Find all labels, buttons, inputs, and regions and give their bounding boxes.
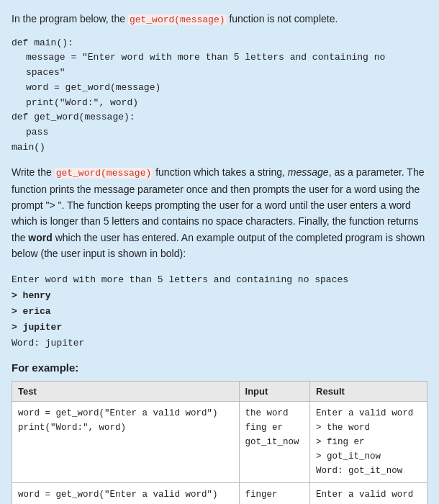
code-line-3: word = get_word(message): [26, 81, 427, 96]
sample-line-4: > jupiter: [12, 320, 427, 336]
code-line-1: def main():: [12, 36, 427, 51]
code-line-7: main(): [12, 140, 427, 156]
input-cell-2: finger: [239, 483, 310, 504]
examples-table: Test Input Result word = get_word("Enter…: [12, 381, 427, 504]
test-cell-2: word = get_word("Enter a valid word")pri…: [12, 483, 240, 504]
table-row: word = get_word("Enter a valid word")pri…: [12, 402, 427, 483]
sample-line-2: > henry: [12, 288, 427, 304]
desc-italic: message: [288, 166, 329, 178]
intro-inline-code: get_word(message): [128, 14, 227, 25]
result-cell-2: Enter a valid word> fingerWord: finger: [310, 483, 427, 504]
result-cell-1: Enter a valid word> the word> fing er> g…: [310, 402, 427, 483]
sample-output-block: Enter word with more than 5 letters and …: [12, 272, 427, 351]
description-paragraph: Write the get_word(message) function whi…: [12, 164, 427, 262]
desc-part1: Write the: [12, 166, 55, 178]
desc-part4: which the user has entered. An example o…: [12, 232, 425, 259]
code-line-5: def get_word(message):: [12, 110, 427, 125]
intro-text-after: function is not complete.: [227, 13, 338, 24]
intro-paragraph: In the program below, the get_word(messa…: [12, 12, 427, 27]
sample-line-3: > erica: [12, 304, 427, 320]
test-cell-1: word = get_word("Enter a valid word")pri…: [12, 402, 240, 483]
code-line-6: pass: [26, 125, 427, 140]
input-cell-1: the wordfing ergot_it_now: [239, 402, 310, 483]
sample-line-5: Word: jupiter: [12, 336, 427, 351]
code-line-2: message = "Enter word with more than 5 l…: [26, 50, 427, 81]
desc-inline-code: get_word(message): [55, 168, 153, 179]
sample-line-1: Enter word with more than 5 letters and …: [12, 272, 427, 288]
for-example-heading: For example:: [12, 361, 427, 374]
col-result: Result: [310, 382, 427, 402]
desc-bold-word: word: [28, 232, 52, 243]
code-block: def main(): message = "Enter word with m…: [12, 36, 427, 156]
col-input: Input: [239, 382, 310, 402]
intro-text-before: In the program below, the: [12, 13, 128, 24]
table-row: word = get_word("Enter a valid word")pri…: [12, 483, 427, 504]
desc-part2: function which takes a string,: [153, 166, 288, 178]
table-header-row: Test Input Result: [12, 382, 427, 402]
col-test: Test: [12, 382, 240, 402]
code-line-4: print("Word:", word): [26, 96, 427, 111]
